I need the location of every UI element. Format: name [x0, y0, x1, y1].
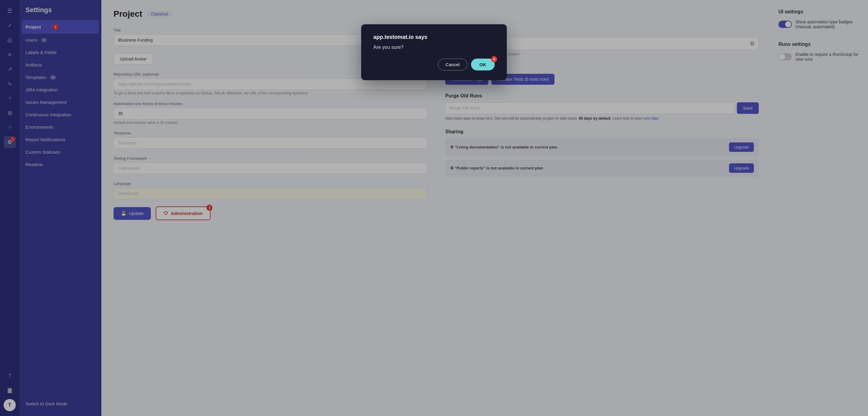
modal-dialog: app.testomat.io says Are you sure? Cance…: [361, 24, 507, 80]
modal-overlay: app.testomat.io says Are you sure? Cance…: [0, 0, 868, 416]
modal-actions: Cancel OK 4: [373, 59, 495, 70]
ok-badge: 4: [491, 56, 497, 62]
modal-title: app.testomat.io says: [373, 34, 495, 40]
modal-message: Are you sure?: [373, 44, 495, 50]
modal-ok-button[interactable]: OK 4: [471, 59, 495, 70]
modal-cancel-button[interactable]: Cancel: [438, 59, 467, 70]
